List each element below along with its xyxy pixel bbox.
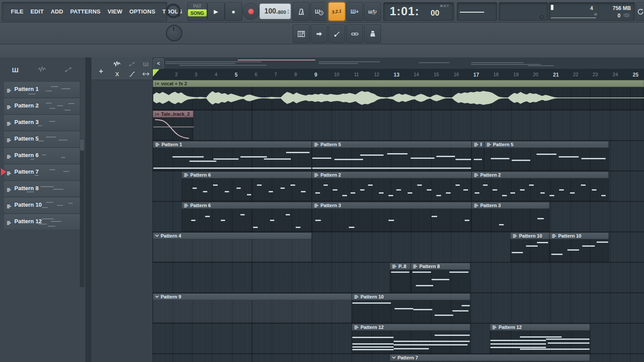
clip-header[interactable]: Pattern 8	[411, 263, 470, 270]
clip-body[interactable]	[153, 87, 644, 110]
playlist-clip[interactable]: Pattern 3	[312, 202, 472, 231]
pattern-list-item[interactable]: Pattern 10	[3, 197, 80, 214]
stop-button[interactable]: ■	[225, 2, 242, 21]
clip-body[interactable]	[411, 270, 470, 292]
pattern-list-item[interactable]: Pattern 3	[3, 114, 80, 131]
slide-note-button[interactable]	[328, 24, 345, 43]
multilink-button[interactable]	[346, 24, 363, 43]
clip-header[interactable]: P..8	[390, 263, 411, 270]
playlist-clip[interactable]: Pattern 10	[352, 293, 470, 323]
clip-body[interactable]	[390, 270, 411, 292]
menu-item-file[interactable]: FILE	[7, 8, 27, 15]
playlist-clip[interactable]: vocal + fx 2	[153, 80, 644, 110]
clip-header[interactable]: Pattern 2	[472, 171, 609, 178]
time-display[interactable]: 1:01: 00 B:S:T	[383, 2, 454, 21]
clip-body[interactable]	[472, 178, 609, 201]
playlist-clip[interactable]: Tale..track_2	[153, 111, 193, 140]
scroll-back-button[interactable]: <	[153, 58, 164, 69]
clip-body[interactable]	[472, 148, 484, 171]
countdown-button[interactable]: 3.2.1	[328, 2, 345, 21]
clip-header[interactable]: Pattern 7	[390, 354, 590, 361]
record-button[interactable]	[243, 3, 259, 20]
clip-header[interactable]: Pattern 3	[312, 202, 472, 209]
blend-recording-button[interactable]: Ш+	[346, 2, 363, 21]
menu-item-patterns[interactable]: PATTERNS	[67, 8, 104, 15]
picker-tab-patterns[interactable]: Ш	[10, 65, 20, 74]
clip-header[interactable]: Pattern 2	[312, 171, 472, 178]
channel-rack-shortcut-button[interactable]	[293, 24, 310, 43]
clip-header[interactable]: Pattern 10	[352, 293, 470, 300]
stretch-tool-button[interactable]	[141, 70, 151, 78]
playlist-clip[interactable]: Pattern 3	[472, 202, 550, 231]
clip-header[interactable]: Pattern 6	[182, 202, 312, 209]
filter-pattern-button[interactable]: Ш	[141, 60, 151, 68]
clip-header[interactable]: Pattern 12	[352, 324, 470, 331]
playlist-clip[interactable]: Pattern 10	[550, 232, 609, 262]
add-track-button[interactable]: +	[97, 67, 105, 76]
tempo-spinner[interactable]: ▲▼	[287, 9, 290, 14]
wait-for-input-button[interactable]: Ш	[310, 2, 327, 21]
playlist-clip[interactable]: P..8	[390, 263, 411, 292]
playlist-clip[interactable]: Pattern 6	[182, 202, 312, 231]
clip-body[interactable]	[312, 178, 472, 201]
clip-header[interactable]: Tale..track_2	[153, 111, 193, 117]
clip-body[interactable]	[312, 148, 472, 171]
pat-mode-label[interactable]: PAT	[193, 4, 202, 9]
clip-header[interactable]: P..5	[472, 141, 484, 148]
clip-body[interactable]	[352, 331, 470, 353]
clip-body[interactable]	[182, 209, 312, 231]
clip-body[interactable]	[153, 300, 352, 323]
pattern-list-item[interactable]: Pattern 12	[3, 214, 80, 230]
clip-header[interactable]: Pattern 9	[153, 293, 352, 300]
menu-item-add[interactable]: ADD	[47, 8, 67, 15]
panel-grip-icon[interactable]: ⋮⋮	[2, 239, 3, 246]
pattern-list-item[interactable]: Pattern 7	[3, 164, 80, 181]
arrangement-minimap[interactable]	[152, 57, 644, 69]
playlist-clip[interactable]: Pattern 4	[153, 232, 312, 262]
pattern-list-item[interactable]: Pattern 2	[3, 98, 80, 114]
clip-header[interactable]: Pattern 6	[182, 171, 312, 178]
playlist-clip[interactable]: Pattern 9	[153, 293, 352, 323]
history-button[interactable]	[636, 2, 644, 21]
clip-body[interactable]	[490, 331, 590, 353]
clip-body[interactable]	[153, 239, 312, 262]
playlist-clip[interactable]: Pattern 12	[352, 324, 470, 353]
metronome-button[interactable]	[293, 2, 310, 21]
picker-tab-audio[interactable]	[37, 65, 47, 74]
playlist-clip[interactable]: Pattern 2	[472, 171, 609, 201]
clip-body[interactable]	[182, 178, 312, 201]
clip-body[interactable]	[312, 209, 472, 231]
clip-header[interactable]: Pattern 12	[490, 324, 590, 331]
pattern-list-scrollbar-thumb[interactable]	[80, 139, 84, 151]
pattern-list-item[interactable]: Pattern 8	[3, 181, 80, 197]
clip-body[interactable]	[510, 239, 550, 262]
clip-body[interactable]	[550, 239, 609, 262]
clear-filter-button[interactable]: X	[112, 70, 122, 78]
clip-header[interactable]: Pattern 1	[153, 141, 312, 148]
clip-header[interactable]: Pattern 5	[312, 141, 472, 148]
playlist-clip[interactable]: Pattern 8	[411, 263, 470, 292]
song-mode-label[interactable]: SONG	[188, 9, 207, 17]
playlist-clip[interactable]: Pattern 6	[182, 171, 312, 201]
clip-body[interactable]	[153, 117, 193, 140]
pattern-list-scrollbar[interactable]	[80, 139, 84, 287]
curve-tool-button[interactable]	[127, 70, 137, 78]
pattern-list-item[interactable]: Pattern 5	[3, 131, 80, 147]
playlist-clip[interactable]: Pattern 1	[153, 141, 312, 171]
playlist-clip[interactable]: Pattern 2	[312, 171, 472, 201]
clip-header[interactable]: Pattern 4	[153, 232, 312, 239]
filter-automation-button[interactable]	[127, 60, 137, 68]
clip-header[interactable]: Pattern 10	[550, 232, 609, 239]
playlist-clip[interactable]: P..5	[472, 141, 484, 171]
timeline-ruler[interactable]: 2345678910111213141516171819202122232425	[152, 69, 644, 81]
menu-item-options[interactable]: OPTIONS	[126, 8, 159, 15]
loop-record-button[interactable]: ш͢↻	[364, 2, 381, 21]
step-edit-button[interactable]	[310, 24, 327, 43]
typing-keyboard-button[interactable]	[364, 24, 381, 43]
clip-body[interactable]	[352, 300, 470, 323]
playlist-clip[interactable]: Pattern 7	[390, 354, 590, 362]
picker-tab-automation[interactable]	[64, 65, 73, 74]
playlist-clip[interactable]: Pattern 12	[490, 324, 590, 353]
clip-body[interactable]	[153, 148, 312, 171]
pattern-list-item[interactable]: Pattern 6	[3, 147, 80, 164]
